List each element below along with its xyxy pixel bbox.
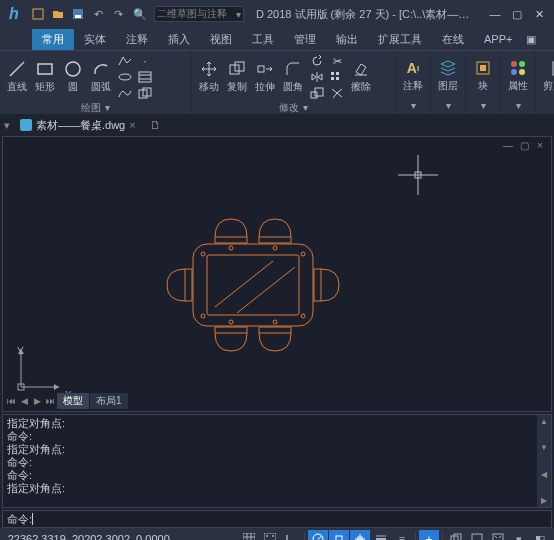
arc-button[interactable]: 圆弧 (88, 58, 114, 96)
svg-line-42 (215, 261, 273, 307)
minimize-button[interactable]: — (484, 4, 506, 24)
maximize-vp-icon[interactable] (488, 530, 508, 540)
svg-point-38 (229, 246, 233, 250)
grid-icon[interactable] (239, 530, 259, 540)
layout-next-icon[interactable]: ▶ (31, 395, 43, 407)
new-icon[interactable] (30, 6, 46, 22)
svg-rect-69 (493, 534, 503, 540)
scale-icon[interactable] (308, 85, 326, 101)
drawing-canvas[interactable]: — ▢ × (2, 136, 552, 412)
save-icon[interactable] (70, 6, 86, 22)
tab-app[interactable]: APP+ (474, 30, 522, 48)
svg-rect-7 (139, 72, 151, 82)
tab-dropdown-icon[interactable]: ▾ (4, 119, 10, 132)
layout-tabs: ⏮ ◀ ▶ ⏭ 模型 布局1 (5, 393, 128, 409)
layout-prev-icon[interactable]: ◀ (18, 395, 30, 407)
point-icon[interactable]: · (136, 53, 154, 69)
mirror-icon[interactable] (308, 69, 326, 85)
region-icon[interactable] (136, 85, 154, 101)
fillet-button[interactable]: 圆角 (280, 58, 306, 96)
group-annot: AI注释 ▾ (396, 51, 431, 114)
polyline-icon[interactable] (116, 53, 134, 69)
canvas-maximize-icon[interactable]: ▢ (517, 139, 531, 151)
tab-online[interactable]: 在线 (432, 29, 474, 50)
new-tab-icon[interactable]: 🗋 (146, 119, 165, 131)
explode-icon[interactable] (328, 85, 346, 101)
maximize-button[interactable]: ▢ (506, 4, 528, 24)
close-button[interactable]: ✕ (528, 4, 550, 24)
tab-insert[interactable]: 插入 (158, 29, 200, 50)
scroll-left-icon[interactable]: ◀ (538, 468, 550, 480)
hatch-icon[interactable] (136, 69, 154, 85)
tab-tools[interactable]: 工具 (242, 29, 284, 50)
circle-button[interactable]: 圆 (60, 58, 86, 96)
status-more-icon[interactable]: ▾ (509, 530, 529, 540)
lineweight-icon[interactable]: ≡ (392, 530, 412, 540)
svg-point-23 (511, 61, 517, 67)
open-icon[interactable] (50, 6, 66, 22)
scroll-right-icon[interactable]: ▶ (538, 495, 550, 507)
tab-output[interactable]: 输出 (326, 29, 368, 50)
svg-line-3 (10, 62, 24, 76)
scroll-down-icon[interactable]: ▼ (538, 442, 550, 454)
spline-icon[interactable] (116, 85, 134, 101)
props-button[interactable]: 属性 (505, 57, 531, 95)
command-scrollbar[interactable]: ▲ ▼ ◀ ▶ (537, 415, 551, 507)
otrack-icon[interactable] (350, 530, 370, 540)
canvas-close-icon[interactable]: × (533, 139, 547, 151)
tab-solid[interactable]: 实体 (74, 29, 116, 50)
clipboard-button[interactable]: 剪贴板 (540, 57, 554, 95)
coordinates[interactable]: -22362.3319, 20202.3002, 0.0000 (4, 533, 170, 540)
tab-annotate[interactable]: 注释 (116, 29, 158, 50)
ortho-icon[interactable] (281, 530, 301, 540)
group-draw-label: 绘图▾ (4, 101, 187, 114)
workspace-select[interactable]: 二维草图与注释▾ (154, 6, 244, 22)
osnap-icon[interactable] (329, 530, 349, 540)
tab-view[interactable]: 视图 (200, 29, 242, 50)
canvas-minimize-icon[interactable]: — (501, 139, 515, 151)
ribbon-tabrow: 常用 实体 注释 插入 视图 工具 管理 输出 扩展工具 在线 APP+ ▣ (0, 28, 554, 50)
svg-rect-2 (75, 15, 81, 18)
block-button[interactable]: 块 (470, 57, 496, 95)
svg-rect-32 (193, 244, 313, 326)
tab-manage[interactable]: 管理 (284, 29, 326, 50)
rotate-icon[interactable] (308, 53, 326, 69)
text-button[interactable]: AI注释 (400, 57, 426, 95)
redo-icon[interactable]: ↷ (110, 6, 126, 22)
lweight-icon[interactable] (371, 530, 391, 540)
tab-home[interactable]: 常用 (32, 29, 74, 50)
clean-icon[interactable]: ◧ (530, 530, 550, 540)
erase-button[interactable]: 擦除 (348, 58, 374, 96)
layout-1-tab[interactable]: 布局1 (90, 393, 128, 409)
scroll-up-icon[interactable]: ▲ (538, 415, 550, 427)
command-text[interactable]: 指定对角点: 命令: 指定对角点: 命令: 命令: 指定对角点: (3, 415, 537, 507)
search-icon[interactable]: 🔍 (132, 6, 148, 22)
tab-express[interactable]: 扩展工具 (368, 29, 432, 50)
tab-expand[interactable]: ▣ (522, 30, 540, 49)
layout-model-tab[interactable]: 模型 (57, 393, 89, 409)
doc-tab[interactable]: 素材——餐桌.dwg × (14, 116, 142, 135)
polar-icon[interactable] (308, 530, 328, 540)
cycle-icon[interactable] (446, 530, 466, 540)
rect-button[interactable]: 矩形 (32, 58, 58, 96)
ellipse-icon[interactable] (116, 69, 134, 85)
layer-button[interactable]: 图层 (435, 57, 461, 95)
undo-icon[interactable]: ↶ (90, 6, 106, 22)
command-input[interactable]: 命令: (2, 510, 552, 528)
svg-point-37 (301, 314, 305, 318)
dyn-icon[interactable]: + (419, 530, 439, 540)
trim-icon[interactable]: ✂ (328, 53, 346, 69)
group-clip: 剪贴板 ▾ (536, 51, 554, 114)
model-icon[interactable] (467, 530, 487, 540)
layout-last-icon[interactable]: ⏭ (44, 395, 56, 407)
array-icon[interactable] (328, 69, 346, 85)
snap-icon[interactable] (260, 530, 280, 540)
move-button[interactable]: 移动 (196, 58, 222, 96)
copy-button[interactable]: 复制 (224, 58, 250, 96)
line-button[interactable]: 直线 (4, 58, 30, 96)
layout-first-icon[interactable]: ⏮ (5, 395, 17, 407)
tab-close-icon[interactable]: × (129, 119, 135, 131)
svg-point-36 (201, 314, 205, 318)
svg-rect-20 (336, 77, 339, 80)
stretch-button[interactable]: 拉伸 (252, 58, 278, 96)
